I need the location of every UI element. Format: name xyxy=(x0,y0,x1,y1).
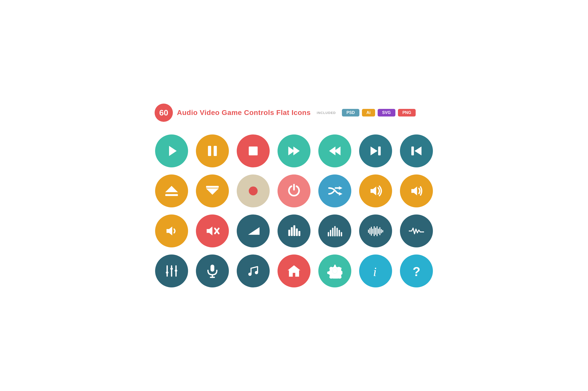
mixer-icon[interactable] xyxy=(155,255,188,287)
svg-rect-35 xyxy=(370,228,371,234)
header: 60 Audio Video Game Controls Flat Icons … xyxy=(155,104,433,122)
svg-rect-38 xyxy=(374,226,375,236)
svg-rect-49 xyxy=(170,268,173,270)
svg-rect-27 xyxy=(328,232,329,236)
svg-marker-12 xyxy=(165,186,178,192)
svg-marker-0 xyxy=(169,146,177,156)
format-badges: PSD Ai SVG PNG xyxy=(342,109,416,116)
svg-rect-41 xyxy=(378,229,379,234)
equalizer-icon[interactable] xyxy=(278,214,310,247)
heartbeat-icon[interactable] xyxy=(400,214,433,247)
rewind-icon[interactable] xyxy=(318,134,351,167)
svg-marker-21 xyxy=(248,227,260,235)
svg-point-16 xyxy=(249,187,258,196)
next-track-icon[interactable] xyxy=(359,134,392,167)
play-icon[interactable] xyxy=(155,134,188,167)
stop-icon[interactable] xyxy=(237,134,270,167)
svg-rect-37 xyxy=(372,229,373,234)
svg-rect-50 xyxy=(175,270,177,272)
svg-rect-26 xyxy=(298,231,300,236)
home-icon[interactable] xyxy=(278,255,310,287)
settings-icon[interactable] xyxy=(318,255,351,287)
svg-rect-43 xyxy=(381,229,382,233)
volume-high-icon[interactable] xyxy=(359,174,392,207)
svg-rect-36 xyxy=(371,227,372,236)
download-icon[interactable] xyxy=(196,174,229,207)
svg-rect-40 xyxy=(377,226,378,236)
svg-rect-42 xyxy=(379,227,380,235)
svg-marker-17 xyxy=(339,192,342,196)
waveform-icon[interactable] xyxy=(359,214,392,247)
power-icon[interactable] xyxy=(278,174,310,207)
svg-rect-51 xyxy=(210,265,214,272)
icon-count: 60 xyxy=(159,108,168,118)
svg-rect-28 xyxy=(330,230,331,237)
svg-rect-13 xyxy=(165,194,178,196)
fast-forward-icon[interactable] xyxy=(278,134,310,167)
svg-rect-48 xyxy=(166,272,168,274)
volume-low-icon[interactable] xyxy=(155,214,188,247)
number-badge: 60 xyxy=(155,104,173,122)
icons-grid: i ? xyxy=(155,134,433,287)
format-psd: PSD xyxy=(342,109,359,116)
soundbars-icon[interactable] xyxy=(318,214,351,247)
svg-rect-31 xyxy=(337,228,338,236)
included-label: INCLUDED xyxy=(317,111,336,115)
record-icon[interactable] xyxy=(237,174,270,207)
prev-track-icon[interactable] xyxy=(400,134,433,167)
svg-rect-32 xyxy=(339,230,340,237)
svg-rect-23 xyxy=(291,227,293,236)
svg-rect-30 xyxy=(334,226,336,237)
microphone-icon[interactable] xyxy=(196,255,229,287)
svg-rect-25 xyxy=(296,228,298,236)
svg-point-55 xyxy=(255,271,258,274)
svg-text:i: i xyxy=(373,265,377,279)
info-icon[interactable]: i xyxy=(359,255,392,287)
svg-rect-33 xyxy=(341,232,342,236)
svg-text:?: ? xyxy=(413,265,420,279)
svg-rect-44 xyxy=(382,230,383,232)
svg-marker-5 xyxy=(293,147,300,155)
format-png: PNG xyxy=(398,109,416,116)
page-title: Audio Video Game Controls Flat Icons xyxy=(177,109,311,117)
eject-icon[interactable] xyxy=(155,174,188,207)
svg-rect-2 xyxy=(214,146,217,156)
format-svg: SVG xyxy=(378,109,395,116)
svg-rect-9 xyxy=(378,147,381,155)
help-icon[interactable]: ? xyxy=(400,255,433,287)
svg-rect-39 xyxy=(375,228,376,235)
volume-mute-icon[interactable] xyxy=(196,214,229,247)
format-ai: Ai xyxy=(362,109,375,116)
svg-marker-10 xyxy=(415,147,422,155)
svg-point-54 xyxy=(248,272,252,276)
volume-med-icon[interactable] xyxy=(400,174,433,207)
svg-rect-3 xyxy=(249,147,258,155)
svg-marker-7 xyxy=(329,147,336,155)
svg-marker-8 xyxy=(371,147,378,155)
svg-rect-34 xyxy=(368,229,369,233)
pause-icon[interactable] xyxy=(196,134,229,167)
music-note-icon[interactable] xyxy=(237,255,270,287)
main-container: 60 Audio Video Game Controls Flat Icons … xyxy=(155,104,433,287)
svg-rect-29 xyxy=(332,228,333,236)
svg-marker-14 xyxy=(206,188,219,195)
svg-rect-15 xyxy=(206,186,219,188)
svg-rect-24 xyxy=(293,225,295,236)
svg-rect-22 xyxy=(288,230,290,236)
shuffle-icon[interactable] xyxy=(318,174,351,207)
svg-rect-11 xyxy=(411,147,414,155)
svg-rect-1 xyxy=(208,146,211,156)
volume-ramp-icon[interactable] xyxy=(237,214,270,247)
